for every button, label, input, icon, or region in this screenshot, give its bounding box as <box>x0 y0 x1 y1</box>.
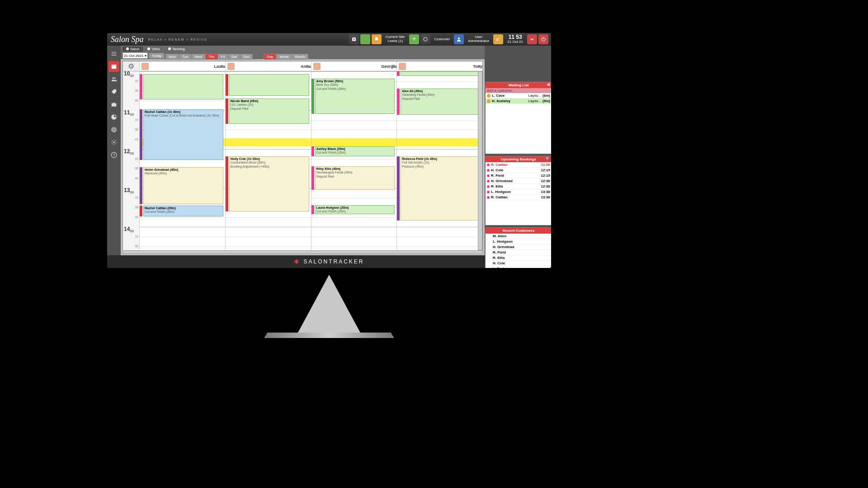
user-value: Administrator <box>468 39 489 43</box>
download-icon[interactable] <box>360 34 370 44</box>
minimize-icon[interactable] <box>527 34 537 44</box>
appointment-detail: Cut and Finish (20m) <box>316 151 394 155</box>
upcoming-row[interactable]: R. Ellis12:30 <box>486 184 551 189</box>
upcoming-row[interactable]: R. Caitlan11:00 <box>486 162 551 168</box>
appointment-title: Rachel Caitlan (1h 30m) <box>145 110 222 114</box>
appointment-stripe <box>226 99 228 124</box>
waiting-row[interactable]: L. CaveLaydo...(6m) <box>486 93 551 99</box>
add-customer-input[interactable]: Add a customer... <box>486 88 551 93</box>
recent-row[interactable]: M. Allen <box>486 234 551 239</box>
appointment[interactable]: Rebecca Field (1h 45m)Full Set Acrylic (… <box>401 156 481 221</box>
date-picker[interactable]: 21 Oct 2021▾ <box>123 52 148 59</box>
appointment[interactable]: Rachel Caitlan (20m)Cut and Finish (20m) <box>143 206 223 216</box>
recent-row[interactable]: H. Cole <box>486 261 551 266</box>
calendar-body[interactable]: 1000153045110015304512001530451300153045… <box>123 71 482 250</box>
user-button[interactable]: User Administrator <box>465 35 492 43</box>
staff-col-tony[interactable]: Tony≡ <box>396 61 482 71</box>
help-icon[interactable]: ? <box>108 150 119 160</box>
day-fri[interactable]: Fri <box>218 54 228 60</box>
menu-icon[interactable] <box>108 48 119 59</box>
app-window: Salon Spa RELAX • RENEW • REVIVE Current… <box>107 33 551 268</box>
key-icon[interactable] <box>493 34 503 44</box>
waiting-row[interactable]: H. AudsleyLaydo...(9m) <box>486 99 551 104</box>
appointment-title: Ashley Black (20m) <box>316 147 394 151</box>
sync-icon[interactable] <box>420 34 430 44</box>
grid-col[interactable]: Amy Brown (50m)Blow Dry (30m)Cut and Fin… <box>311 71 397 250</box>
notification-icon[interactable] <box>349 34 359 44</box>
tag-icon[interactable] <box>108 86 119 97</box>
staff-col-laura[interactable]: Laura≡ <box>139 61 225 71</box>
upcoming-row[interactable]: H. Grinstead12:30 <box>486 178 551 184</box>
appointment-title: Alex Ali (45m) <box>402 89 479 93</box>
horizontal-scrollbar[interactable] <box>123 250 483 254</box>
service-tab-tanning[interactable]: Tanning <box>165 47 189 52</box>
appointment-detail: Deposit Paid <box>316 175 394 178</box>
current-site[interactable]: Current Site Leeds (1) <box>383 35 408 43</box>
day-sun[interactable]: Sun <box>240 54 253 60</box>
bell-icon[interactable] <box>372 34 382 44</box>
recent-row[interactable]: L. Test <box>486 266 551 268</box>
staff-col-georgia[interactable]: Georgia≡ <box>311 61 397 71</box>
view-day[interactable]: Day <box>264 54 276 60</box>
day-wed[interactable]: Wed <box>191 54 205 60</box>
appointment-detail: Full Head Colour (Cut & finish not inclu… <box>145 114 222 117</box>
appointment[interactable]: Rachel Caitlan (1h 30m)Full Head Colour … <box>143 109 223 160</box>
appointment[interactable]: Alex Ali (45m)Cleansing Facial (45m)Depo… <box>401 89 481 115</box>
gear-icon[interactable]: ⚙ <box>547 83 550 87</box>
today-button[interactable]: Today <box>149 53 165 59</box>
day-tue[interactable]: Tue <box>179 54 192 60</box>
appointment[interactable]: Amy Brown (50m)Blow Dry (30m)Cut and Fin… <box>315 79 395 114</box>
appointment[interactable]: Nicole Baird (45m)LVL Lashes (1h)Deposit… <box>229 99 309 124</box>
customer-icon[interactable] <box>454 34 464 44</box>
customer-button[interactable]: Customer <box>432 38 453 42</box>
grid-col[interactable]: Nicole Baird (45m)LVL Lashes (1h)Deposit… <box>225 71 311 250</box>
grid-col[interactable]: Alex Ali (45m)Cleansing Facial (45m)Depo… <box>396 71 482 250</box>
upcoming-row[interactable]: R. Caitlan13:30 <box>486 195 551 200</box>
calendar-icon[interactable] <box>108 61 119 72</box>
service-tab-salon[interactable]: Salon <box>123 47 143 52</box>
appointment-stripe <box>397 156 400 221</box>
recent-row[interactable]: L. Hodgson <box>486 239 551 244</box>
settings-icon[interactable] <box>108 137 119 148</box>
customers-icon[interactable] <box>108 74 119 84</box>
recent-row[interactable]: H. Grinstead <box>486 244 551 250</box>
upcoming-row[interactable]: R. Field12:15 <box>486 173 551 178</box>
appointment[interactable]: Helen Grinstead (45m)Manicure (45m) <box>143 167 223 204</box>
column-menu-icon[interactable]: ≡ <box>477 63 481 70</box>
grid-col[interactable]: Rachel Caitlan (1h 30m)Full Head Colour … <box>139 71 225 250</box>
upcoming-row[interactable]: H. Cole12:15 <box>486 168 551 173</box>
monitor-stand <box>270 275 388 337</box>
appointment[interactable]: Riley Ellis (40m)Dermalogica Facial (40m… <box>315 166 395 190</box>
status-dot <box>487 164 490 166</box>
view-month[interactable]: Month <box>292 54 308 60</box>
column-menu-icon[interactable]: ≡ <box>306 63 309 70</box>
target-icon[interactable] <box>108 124 119 135</box>
column-menu-icon[interactable]: ≡ <box>392 63 395 70</box>
appointment-title: Laura Hodgson (20m) <box>316 206 394 210</box>
power-icon[interactable] <box>538 34 548 44</box>
appointment[interactable]: Holly Cole (1h 30m)Combination Brow (50m… <box>229 156 309 211</box>
service-tab-vibro[interactable]: Vibro <box>144 47 164 52</box>
wifi-icon[interactable] <box>409 34 419 44</box>
staff-col-anna[interactable]: Anna≡ <box>225 61 311 71</box>
vertical-scrollbar[interactable] <box>478 71 482 250</box>
recent-row[interactable]: R. Ellis <box>486 255 551 261</box>
chart-icon[interactable] <box>108 112 119 122</box>
column-menu-icon[interactable]: ≡ <box>220 63 223 70</box>
calendar-settings-icon[interactable]: ⚙ <box>123 61 139 71</box>
search-icon[interactable]: 🔍 <box>546 157 550 161</box>
recent-row[interactable]: R. Field <box>486 250 551 255</box>
appointment[interactable]: Ashley Black (20m)Cut and Finish (20m) <box>315 146 395 156</box>
topbar: Salon Spa RELAX • RENEW • REVIVE Current… <box>107 33 551 46</box>
upcoming-row[interactable]: L. Hodgson13:30 <box>486 189 551 195</box>
view-week[interactable]: Week <box>276 54 292 60</box>
appointment[interactable] <box>143 74 223 99</box>
brand-name: Salon Spa <box>111 35 144 44</box>
appointment[interactable]: Laura Hodgson (20m)Cut and Finish (20m) <box>315 205 395 214</box>
briefcase-icon[interactable] <box>108 99 119 110</box>
day-mon[interactable]: Mon <box>165 54 179 60</box>
appointment[interactable] <box>229 74 309 96</box>
appointment[interactable] <box>401 71 481 76</box>
day-thu[interactable]: Thu <box>205 54 218 60</box>
day-sat[interactable]: Sat <box>228 54 240 60</box>
